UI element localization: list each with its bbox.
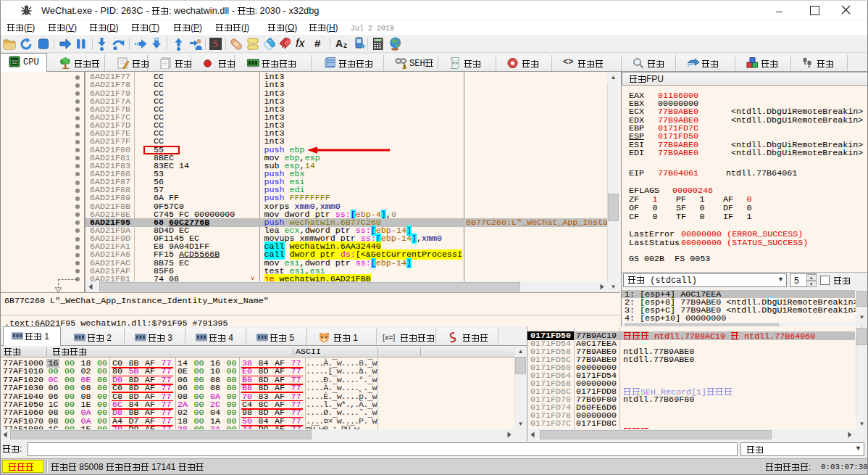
- svg-text:32: 32: [12, 59, 17, 65]
- svg-text:S: S: [213, 38, 219, 49]
- svg-text:<>: <>: [452, 60, 458, 66]
